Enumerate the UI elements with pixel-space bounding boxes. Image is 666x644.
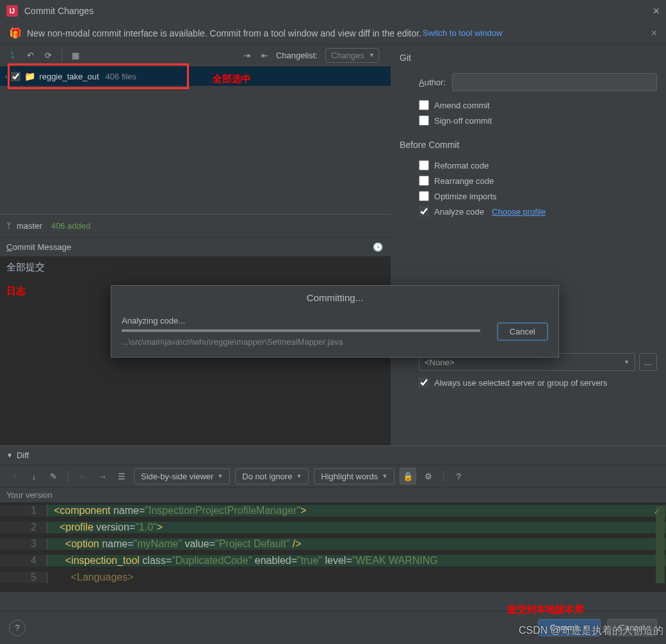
scroll-marker bbox=[656, 506, 665, 583]
dialog-cancel-button[interactable]: Cancel bbox=[497, 322, 548, 341]
commit-message-text: 全部提交 bbox=[6, 261, 384, 274]
dialog-status: Analyzing code... bbox=[122, 316, 488, 326]
diff-header[interactable]: ▼ Diff bbox=[0, 445, 666, 465]
history-icon[interactable]: 🕓 bbox=[373, 242, 383, 252]
banner-msg: New non-modal commit interface is availa… bbox=[27, 28, 421, 38]
analyze-checkbox[interactable] bbox=[419, 206, 429, 217]
project-checkbox[interactable] bbox=[11, 72, 20, 81]
always-checkbox[interactable] bbox=[419, 377, 429, 388]
viewer-select[interactable]: Side-by-side viewer▼ bbox=[134, 468, 230, 484]
list-icon[interactable]: ☰ bbox=[115, 469, 129, 483]
next-diff-icon[interactable]: ↓ bbox=[27, 469, 41, 483]
author-row: Author: bbox=[419, 73, 657, 91]
close-icon[interactable]: × bbox=[653, 4, 660, 18]
prev-diff-icon[interactable]: ↑ bbox=[8, 469, 22, 483]
annotation-commit-local: 提交到本地版本库 bbox=[507, 604, 584, 616]
gear-icon[interactable]: ⚙ bbox=[421, 469, 435, 483]
dialog-title: Committing... bbox=[111, 286, 558, 310]
signoff-row: Sign-off commit bbox=[419, 115, 657, 126]
progress-bar bbox=[122, 329, 480, 332]
undo-icon[interactable]: ↶ bbox=[23, 49, 37, 63]
refresh-icon[interactable]: ⤵ bbox=[5, 49, 19, 63]
watermark: CSDN @奇迹是执着的人创造的 bbox=[519, 624, 663, 638]
left-panel: ⤵ ↶ ⟳ ▦ ⇥ ⇤ Changelist: Changes▼ › 📁 reg… bbox=[0, 45, 391, 445]
added-count: 406 added bbox=[51, 221, 90, 231]
sync-icon[interactable]: ⟳ bbox=[41, 49, 55, 63]
before-commit-header: Before Commit bbox=[400, 135, 657, 155]
annotation-select-all: 全部选中 bbox=[213, 73, 251, 85]
amend-row: Amend commit bbox=[419, 100, 657, 110]
optimize-checkbox[interactable] bbox=[419, 191, 429, 201]
edit-icon[interactable]: ✎ bbox=[46, 469, 60, 483]
highlight-select[interactable]: Highlight words▼ bbox=[314, 468, 394, 484]
titlebar: IJ Commit Changes × bbox=[0, 0, 666, 22]
prev-file-icon[interactable]: ← bbox=[76, 469, 90, 483]
expand-icon[interactable]: ⇥ bbox=[240, 49, 254, 63]
ok-icon: ✓ bbox=[653, 506, 661, 516]
upload-browse-button[interactable]: … bbox=[639, 353, 657, 371]
branch-status: ᛘ master 406 added bbox=[0, 214, 391, 237]
switch-tool-window-link[interactable]: Switch to tool window bbox=[423, 28, 502, 38]
separator bbox=[61, 50, 62, 62]
changes-toolbar: ⤵ ↶ ⟳ ▦ ⇥ ⇤ Changelist: Changes▼ bbox=[0, 45, 391, 67]
author-input[interactable] bbox=[452, 73, 657, 91]
help-button[interactable]: ? bbox=[9, 620, 26, 636]
amend-checkbox[interactable] bbox=[419, 100, 429, 110]
branch-icon: ᛘ bbox=[6, 221, 12, 231]
git-header: Git bbox=[400, 50, 657, 69]
help-icon[interactable]: ? bbox=[451, 469, 466, 483]
changelist-select[interactable]: Changes▼ bbox=[325, 48, 379, 63]
collapse-icon[interactable]: ⇤ bbox=[258, 49, 272, 63]
project-name: reggie_take_out bbox=[39, 72, 99, 81]
chevron-right-icon[interactable]: › bbox=[5, 73, 7, 80]
group-icon[interactable]: ▦ bbox=[69, 49, 83, 63]
commit-message-header: Commit Message 🕓 bbox=[0, 237, 391, 256]
banner-close-icon[interactable]: × bbox=[651, 28, 657, 39]
dialog-path: ...\src\main\java\cn\whu\reggie\mapper\S… bbox=[122, 337, 488, 347]
info-banner: 🎁 New non-modal commit interface is avai… bbox=[0, 22, 666, 45]
committing-dialog: Committing... Analyzing code... ...\src\… bbox=[111, 285, 559, 358]
author-label: Author: bbox=[419, 78, 446, 87]
file-count: 406 files bbox=[106, 72, 136, 81]
diff-toolbar: ↑ ↓ ✎ ← → ☰ Side-by-side viewer▼ Do not … bbox=[0, 465, 666, 488]
branch-name: master bbox=[17, 221, 42, 231]
changelist-label: Changelist: bbox=[276, 51, 318, 60]
lock-icon[interactable]: 🔒 bbox=[400, 468, 416, 484]
rearrange-checkbox[interactable] bbox=[419, 176, 429, 186]
project-row[interactable]: › 📁 reggie_take_out 406 files bbox=[0, 67, 391, 86]
right-panel: Git Author: Amend commit Sign-off commit… bbox=[391, 45, 666, 445]
folder-icon: 📁 bbox=[24, 71, 35, 81]
signoff-checkbox[interactable] bbox=[419, 115, 429, 126]
choose-profile-link[interactable]: Choose profile bbox=[492, 207, 546, 217]
file-tree: › 📁 reggie_take_out 406 files 全部选中 bbox=[0, 67, 391, 214]
code-viewer[interactable]: 1<component name="InspectionProjectProfi… bbox=[0, 502, 666, 592]
gift-icon: 🎁 bbox=[9, 27, 22, 39]
ignore-select[interactable]: Do not ignore▼ bbox=[235, 468, 309, 484]
reformat-checkbox[interactable] bbox=[419, 160, 429, 170]
app-icon: IJ bbox=[6, 5, 18, 17]
version-label: Your version bbox=[0, 488, 666, 502]
window-title: Commit Changes bbox=[24, 6, 653, 16]
next-file-icon[interactable]: → bbox=[95, 469, 110, 483]
